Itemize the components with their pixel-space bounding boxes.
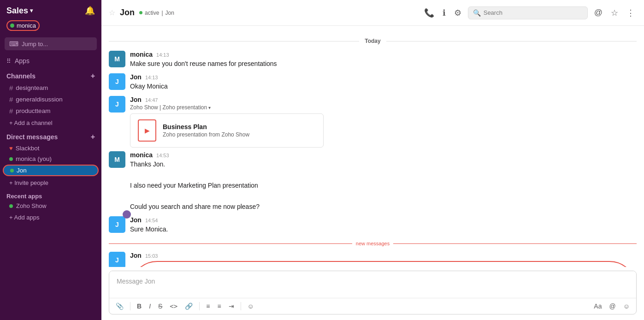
- search-input[interactable]: [484, 9, 583, 16]
- message-content: Jon 14:54 Sure Monica.: [130, 216, 637, 235]
- active-status-dot: [10, 24, 14, 28]
- message-group-6: J Jon 15:03 Zoho Show | Zoho presentatio…: [101, 250, 644, 267]
- avatar: M: [109, 151, 125, 168]
- add-apps-link[interactable]: + Add apps: [3, 212, 99, 223]
- channel-name: productteam: [16, 107, 50, 114]
- jump-to-button[interactable]: ⌨ Jump to...: [5, 37, 97, 50]
- toolbar-separator: [199, 302, 200, 310]
- compose-toolbar-right: Aa @ ☺: [592, 301, 632, 311]
- hash-icon: #: [9, 84, 13, 92]
- sidebar-item-generaldisussion[interactable]: # generaldisussion: [3, 94, 99, 105]
- message-header: Jon 14:54: [130, 216, 637, 224]
- zoho-tag: Zoho Show | Zoho presentation ▾: [137, 267, 629, 267]
- status-user-name: Jon: [165, 10, 174, 16]
- ordered-list-button[interactable]: ≡: [204, 301, 212, 311]
- indent-button[interactable]: ⇥: [227, 301, 236, 311]
- sidebar-header: Sales ▾ 🔔: [0, 0, 101, 19]
- apps-row[interactable]: ⠿ Apps: [0, 55, 101, 68]
- new-messages-line-left: [109, 243, 352, 244]
- jump-to-label: Jump to...: [22, 41, 48, 47]
- mention-button[interactable]: @: [607, 301, 617, 311]
- topbar-star-icon[interactable]: ☆: [109, 8, 115, 17]
- zoho-tag: Zoho Show | Zoho presentation ▾: [130, 104, 637, 111]
- add-dm-icon[interactable]: +: [91, 133, 95, 141]
- dm-section-header[interactable]: Direct messages +: [0, 129, 101, 143]
- message-text: Make sure you don't reuse names for pres…: [130, 59, 637, 69]
- workspace-chevron: ▾: [30, 7, 33, 14]
- phone-icon-button[interactable]: 📞: [422, 6, 436, 20]
- message-time: 14:13: [156, 52, 169, 58]
- star-icon-button[interactable]: ☆: [609, 6, 620, 20]
- message-author: monica: [130, 151, 153, 159]
- sidebar: Sales ▾ 🔔 monica ⌨ Jump to... ⠿ Apps Cha…: [0, 0, 101, 320]
- message-text: Thanks Jon. I also need your Marketing P…: [130, 160, 637, 212]
- message-group-5: J Jon 14:54 Sure Monica.: [101, 214, 644, 237]
- link-button[interactable]: 🔗: [183, 301, 195, 311]
- message-author: Jon: [130, 216, 142, 224]
- sidebar-item-monica[interactable]: monica (you): [3, 154, 99, 164]
- invite-people-link[interactable]: + Invite people: [3, 178, 99, 188]
- active-user-row: monica: [0, 19, 101, 36]
- strikethrough-button[interactable]: S: [156, 301, 164, 311]
- message-content: Jon 15:03 Zoho Show | Zoho presentation …: [130, 252, 637, 267]
- dm-name: Slackbot: [16, 145, 40, 152]
- emoji-button[interactable]: ☺: [621, 301, 632, 311]
- jump-to-icon: ⌨: [9, 40, 18, 47]
- more-icon-button[interactable]: ⋮: [625, 6, 637, 20]
- message-author: monica: [130, 51, 153, 58]
- bullet-list-button[interactable]: ≡: [215, 301, 223, 311]
- more-tools-button[interactable]: ☺: [246, 301, 256, 311]
- sidebar-item-slackbot[interactable]: ♥ Slackbot: [3, 143, 99, 153]
- italic-button[interactable]: I: [147, 301, 153, 311]
- message-header: Jon 14:47: [130, 96, 637, 103]
- notifications-bell-icon[interactable]: 🔔: [85, 6, 95, 16]
- info-icon-button[interactable]: ℹ: [441, 6, 448, 20]
- dm-label: Direct messages: [6, 133, 58, 141]
- file-info: Business Plan Zoho presentation from Zoh…: [163, 123, 249, 138]
- avatar: J: [109, 252, 125, 267]
- file-source: Zoho presentation from Zoho Show: [163, 131, 249, 138]
- message-content: monica 14:53 Thanks Jon. I also need you…: [130, 151, 637, 213]
- message-content: Jon 14:13 Okay Monica: [130, 73, 637, 92]
- message-content: monica 14:13 Make sure you don't reuse n…: [130, 51, 637, 70]
- message-text: Sure Monica.: [130, 225, 637, 234]
- heart-icon: ♥: [9, 145, 13, 152]
- active-user-name: monica: [17, 22, 36, 29]
- topbar: ☆ Jon active | Jon 📞 ℹ ⚙ 🔍 @ ☆ ⋮: [101, 0, 644, 26]
- sidebar-item-zoho-show[interactable]: Zoho Show: [3, 201, 99, 211]
- status-separator: |: [161, 10, 163, 16]
- compose-input[interactable]: [109, 271, 636, 296]
- sidebar-item-jon[interactable]: Jon: [3, 165, 99, 176]
- message-group-3: J Jon 14:47 Zoho Show | Zoho presentatio…: [101, 94, 644, 149]
- topbar-status: active | Jon: [139, 10, 174, 16]
- compose-toolbar: 📎 B I S <> 🔗 ≡ ≡ ⇥ ☺ Aa @ ☺: [109, 298, 636, 314]
- bold-button[interactable]: B: [135, 301, 143, 311]
- add-channel-link[interactable]: + Add a channel: [3, 118, 99, 128]
- file-presentation-icon: [138, 119, 156, 142]
- code-button[interactable]: <>: [168, 301, 179, 311]
- search-box[interactable]: 🔍: [468, 6, 588, 19]
- chevron-down-icon[interactable]: ▾: [208, 105, 211, 110]
- notification-dot: [123, 210, 131, 219]
- dm-name: Jon: [17, 167, 27, 174]
- status-label: active: [145, 10, 159, 16]
- text-size-button[interactable]: Aa: [592, 301, 603, 311]
- at-icon-button[interactable]: @: [592, 6, 604, 19]
- new-messages-line-right: [393, 243, 637, 244]
- message-author: Jon: [130, 252, 142, 259]
- sidebar-item-productteam[interactable]: # productteam: [3, 106, 99, 116]
- date-divider: Today: [101, 38, 644, 44]
- search-icon: 🔍: [473, 9, 481, 17]
- message-header: monica 14:53: [130, 151, 637, 159]
- settings-icon-button[interactable]: ⚙: [452, 6, 463, 20]
- avatar: J: [109, 96, 125, 113]
- recent-app-name: Zoho Show: [16, 202, 47, 209]
- sidebar-item-designteam[interactable]: # designteam: [3, 83, 99, 93]
- channels-section-header[interactable]: Channels +: [0, 68, 101, 82]
- file-card-business-plan[interactable]: Business Plan Zoho presentation from Zoh…: [130, 113, 324, 148]
- attach-button[interactable]: 📎: [114, 301, 125, 311]
- message-content: Jon 14:47 Zoho Show | Zoho presentation …: [130, 96, 637, 148]
- add-channel-icon[interactable]: +: [91, 72, 95, 80]
- channel-name: designteam: [16, 84, 48, 91]
- workspace-title[interactable]: Sales ▾: [6, 6, 33, 16]
